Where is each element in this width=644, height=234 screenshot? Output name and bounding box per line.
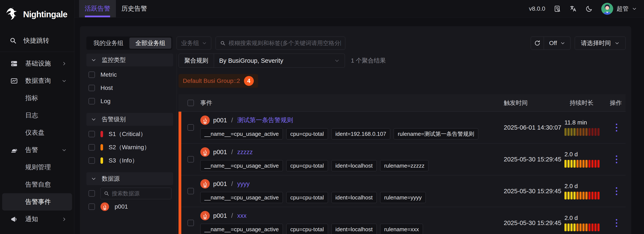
rule-search-box [216, 36, 345, 50]
event-tag[interactable]: ident=192.168.0.107 [332, 128, 390, 139]
sidebar-item-9[interactable]: 告警事件 [2, 193, 72, 211]
event-tag[interactable]: rulename=yyyy [380, 192, 426, 203]
chart-icon [10, 77, 19, 85]
event-tag[interactable]: __name__=cpu_usage_active [200, 160, 283, 171]
rule-link[interactable]: yyyy [237, 180, 250, 188]
row-checkbox[interactable] [188, 188, 194, 194]
rule-link[interactable]: xxx [237, 212, 247, 219]
tab-history-alerts[interactable]: 历史告警 [116, 0, 153, 17]
brand-name: Nightingale [23, 9, 67, 19]
checkbox[interactable] [88, 144, 95, 151]
rule-link[interactable]: 测试第一条告警规则 [237, 116, 293, 124]
filter-option[interactable]: S1（Critical） [86, 127, 173, 141]
tab-active-alerts[interactable]: 活跃告警 [79, 0, 116, 17]
event-tag[interactable]: __name__=cpu_usage_active [200, 192, 283, 203]
infra-icon [10, 60, 19, 67]
filter-option[interactable]: p001 [86, 200, 173, 213]
event-tag[interactable]: cpu=cpu-total [286, 192, 328, 203]
filter-section-header-2[interactable]: 告警级别 [86, 113, 173, 126]
sidebar-item-10[interactable]: 通知 [0, 211, 74, 228]
row-more-button[interactable] [614, 154, 619, 165]
checkbox[interactable] [88, 71, 95, 78]
checkbox[interactable] [88, 204, 95, 210]
event-tag[interactable]: cpu=cpu-total [286, 128, 328, 139]
duration-label: 11.8 min [564, 119, 607, 126]
busigroup-result-tag[interactable]: Default Busi Group::2 4 [178, 74, 258, 88]
filter-section-header-3[interactable]: 数据源 [86, 172, 173, 185]
row-more-button[interactable] [614, 186, 619, 197]
chevron-down-icon [91, 57, 96, 62]
all-busigroup-button[interactable]: 全部业务组 [129, 37, 171, 49]
filter-option[interactable]: Log [86, 95, 173, 108]
tag-list: __name__=cpu_usage_activecpu=cpu-totalid… [200, 128, 478, 139]
row-checkbox[interactable] [188, 124, 194, 131]
audit-log-icon[interactable] [554, 5, 561, 12]
sidebar-item-label: 日志 [25, 111, 38, 120]
checkbox[interactable] [88, 98, 95, 104]
sidebar-item-1[interactable]: 基础设施 [0, 55, 74, 72]
row-more-button[interactable] [614, 217, 619, 229]
checkbox[interactable] [88, 190, 95, 197]
gauge-bar [592, 160, 594, 168]
brand[interactable]: Nightingale [0, 0, 74, 21]
filter-option[interactable]: S3（Info） [86, 154, 173, 167]
datasource-search-box [100, 188, 172, 199]
sidebar-item-7[interactable]: 规则管理 [0, 159, 74, 176]
datasource-name: p001 [213, 149, 227, 156]
user-name: 超管 [617, 5, 628, 13]
rule-search-input[interactable] [228, 40, 341, 46]
event-tag[interactable]: ident=localhost [332, 192, 377, 203]
datasource-search-input[interactable] [112, 190, 168, 197]
filter-option[interactable]: Metric [86, 68, 173, 81]
sidebar-item-6[interactable]: 告警 [0, 141, 74, 159]
refresh-group: Off [531, 36, 570, 50]
gauge-bar [592, 192, 594, 200]
event-tag[interactable]: cpu=cpu-total [286, 160, 328, 171]
filter-option[interactable]: Host [86, 81, 173, 95]
row-checkbox[interactable] [188, 220, 194, 226]
gauge-bar [570, 224, 572, 231]
trigger-time: 2025-06-01 14:30:07 [500, 124, 563, 131]
sidebar-item-2[interactable]: 数据查询 [0, 72, 74, 89]
moon-icon[interactable] [586, 5, 593, 12]
gauge-bar [576, 192, 578, 200]
my-busigroup-button[interactable]: 我的业务组 [88, 37, 129, 49]
sidebar-item-3[interactable]: 指标 [0, 89, 74, 107]
column-ops: 操作 [607, 99, 626, 107]
filter-option[interactable]: S2（Warning） [86, 141, 173, 154]
gauge-bar [580, 128, 582, 136]
event-tag[interactable]: __name__=cpu_usage_active [200, 224, 283, 234]
avatar[interactable] [601, 3, 613, 15]
gauge-bar [576, 160, 578, 168]
sidebar-item-8[interactable]: 告警自愈 [0, 176, 74, 193]
busigroup-select[interactable]: 业务组 [176, 36, 211, 50]
sidebar-item-4[interactable]: 日志 [0, 107, 74, 124]
checkbox[interactable] [88, 85, 95, 91]
gauge-bar [586, 224, 588, 231]
event-tag[interactable]: rulename=xxx [380, 224, 423, 234]
gauge-bar [586, 128, 588, 136]
aggregate-result-count: 1 个聚合结果 [351, 57, 386, 65]
quick-jump-button[interactable]: 快捷跳转 [10, 35, 74, 46]
aggregate-rule-select[interactable]: By BusiGroup, Severity [214, 54, 345, 68]
user-menu[interactable]: 超管 [601, 3, 637, 15]
translate-icon[interactable] [570, 5, 577, 12]
event-tag[interactable]: ident=localhost [332, 224, 377, 234]
refresh-interval-button[interactable]: Off [544, 36, 570, 50]
event-tag[interactable]: ident=localhost [332, 160, 377, 171]
event-tag[interactable]: rulename=测试第一条告警规则 [394, 128, 478, 139]
event-tag[interactable]: cpu=cpu-total [286, 224, 328, 234]
sidebar-item-label: 告警 [25, 146, 38, 154]
rule-link[interactable]: zzzzz [237, 149, 253, 156]
time-range-select[interactable]: 请选择时间 [575, 36, 626, 50]
select-all-checkbox[interactable] [188, 100, 194, 106]
refresh-button[interactable] [531, 36, 544, 50]
sidebar-item-5[interactable]: 仪表盘 [0, 124, 74, 141]
event-tag[interactable]: rulename=zzzzz [380, 160, 429, 171]
row-more-button[interactable] [614, 122, 619, 133]
filter-section-header-1[interactable]: 监控类型 [86, 54, 173, 66]
checkbox[interactable] [88, 157, 95, 164]
row-checkbox[interactable] [188, 156, 194, 163]
event-tag[interactable]: __name__=cpu_usage_active [200, 128, 283, 139]
checkbox[interactable] [88, 131, 95, 137]
